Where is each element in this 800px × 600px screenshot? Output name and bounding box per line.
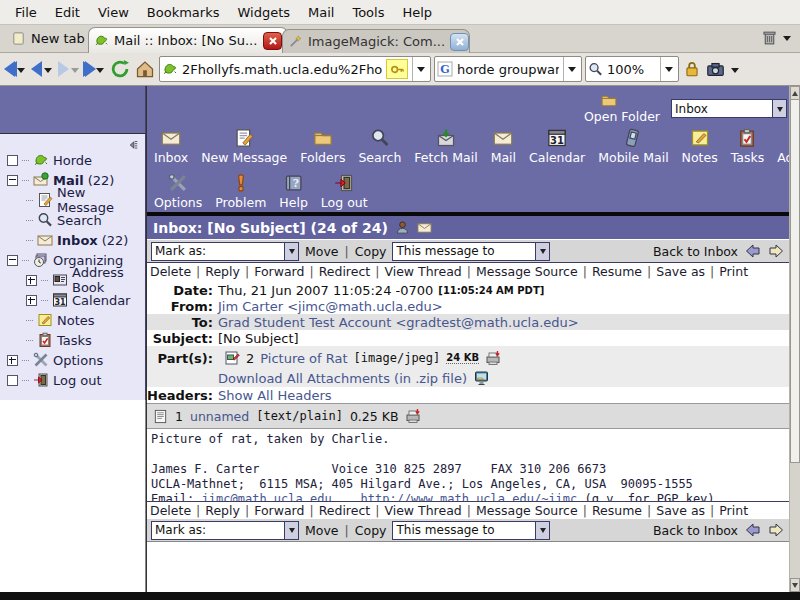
toolbar-logout[interactable]: Log out <box>321 173 368 210</box>
forward-link[interactable]: Forward <box>254 264 304 279</box>
resume-link[interactable]: Resume <box>592 264 642 279</box>
zip-download-icon[interactable] <box>473 370 490 386</box>
redirect-link[interactable]: Redirect <box>319 264 371 279</box>
home-button[interactable] <box>134 58 156 80</box>
download-icon[interactable] <box>405 408 421 424</box>
copy-link[interactable]: Copy <box>355 523 387 538</box>
save-as-link[interactable]: Save as <box>656 264 705 279</box>
open-folder-label[interactable]: Open Folder <box>584 109 660 124</box>
tree-collapse[interactable] <box>7 255 18 266</box>
sidebar-item-horde[interactable]: Horde <box>0 150 145 170</box>
toolbar-fetch-mail[interactable]: Fetch Mail <box>414 128 477 165</box>
menu-view[interactable]: View <box>89 1 138 24</box>
text-part-icon[interactable] <box>153 409 168 424</box>
zoom-dropdown[interactable] <box>660 57 676 81</box>
sidebar-item-tasks[interactable]: Tasks <box>0 330 145 350</box>
to-link[interactable]: Grad Student Test Account <gradtest@math… <box>218 315 579 330</box>
tab-imagemagick[interactable]: ImageMagick: Com... <box>282 29 470 53</box>
back-button[interactable] <box>30 60 54 78</box>
security-button[interactable] <box>682 59 702 79</box>
tree-collapse[interactable] <box>7 175 18 186</box>
scroll-up-arrow[interactable] <box>790 86 800 100</box>
message-to-select[interactable]: This message to <box>392 521 550 540</box>
zoom-control[interactable]: 100% <box>585 56 679 82</box>
toolbar-folders[interactable]: Folders <box>300 128 345 165</box>
sidebar-item-new-message[interactable]: New Message <box>0 190 145 210</box>
toolbar-new-message[interactable]: New Message <box>201 128 287 165</box>
back-history-button[interactable] <box>5 60 27 78</box>
toolbar-search[interactable]: Search <box>358 128 401 165</box>
menu-mail[interactable]: Mail <box>299 1 343 24</box>
tree-expander[interactable] <box>7 375 18 386</box>
forward-link[interactable]: Forward <box>254 503 304 518</box>
move-link[interactable]: Move <box>305 523 339 538</box>
toolbar-notes[interactable]: Notes <box>682 128 718 165</box>
url-text[interactable]: 2Fhollyfs.math.ucla.edu%2Fhorde%2F <box>182 62 382 77</box>
message-source-link[interactable]: Message Source <box>476 264 578 279</box>
zoom-value[interactable]: 100% <box>607 62 656 77</box>
print-link[interactable]: Print <box>719 503 748 518</box>
chevron-down-icon[interactable] <box>96 68 104 77</box>
tree-expand[interactable] <box>7 355 18 366</box>
view-thread-link[interactable]: View Thread <box>384 503 461 518</box>
menu-edit[interactable]: Edit <box>46 1 89 24</box>
move-link[interactable]: Move <box>305 244 339 259</box>
attachment-name-link[interactable]: unnamed <box>190 409 249 424</box>
menu-help[interactable]: Help <box>393 1 441 24</box>
menu-widgets[interactable]: Widgets <box>228 1 299 24</box>
tree-expand[interactable] <box>26 295 37 306</box>
from-link[interactable]: Jim Carter <jimc@math.ucla.edu> <box>218 299 443 314</box>
chevron-down-icon[interactable] <box>44 68 52 77</box>
part-name-link[interactable]: Picture of Rat <box>260 351 347 366</box>
vertical-scrollbar[interactable] <box>789 86 800 592</box>
close-tab-icon[interactable] <box>450 33 469 51</box>
show-all-headers-link[interactable]: Show All Headers <box>218 388 332 403</box>
next-message-icon[interactable] <box>768 243 784 259</box>
resume-link[interactable]: Resume <box>592 503 642 518</box>
closed-tabs-button[interactable] <box>761 29 792 46</box>
toolbar-mail[interactable]: Mail <box>491 128 516 165</box>
menu-tools[interactable]: Tools <box>343 1 393 24</box>
url-bar[interactable]: 2Fhollyfs.math.ucla.edu%2Fhorde%2F <box>159 56 431 82</box>
wallet-icon[interactable] <box>386 59 408 79</box>
toolbar-overflow-icon[interactable] <box>731 68 739 77</box>
print-link[interactable]: Print <box>719 264 748 279</box>
download-icon[interactable] <box>485 350 501 366</box>
sidebar-item-notes[interactable]: Notes <box>0 310 145 330</box>
forward-history-button[interactable] <box>84 60 106 78</box>
menu-file[interactable]: File <box>6 1 46 24</box>
delete-link[interactable]: Delete <box>150 503 191 518</box>
contact-icon[interactable] <box>395 220 410 235</box>
redirect-link[interactable]: Redirect <box>319 503 371 518</box>
toolbar-inbox[interactable]: Inbox <box>154 128 188 165</box>
menu-bookmarks[interactable]: Bookmarks <box>138 1 229 24</box>
folder-select[interactable]: Inbox <box>671 99 787 118</box>
url-dropdown[interactable] <box>412 57 428 81</box>
message-source-link[interactable]: Message Source <box>476 503 578 518</box>
previous-message-icon[interactable] <box>745 522 761 538</box>
previous-message-icon[interactable] <box>745 243 761 259</box>
next-message-icon[interactable] <box>768 522 784 538</box>
delete-link[interactable]: Delete <box>150 264 191 279</box>
back-to-inbox-link[interactable]: Back to Inbox <box>653 244 738 259</box>
sidebar-item-logout[interactable]: Log out <box>0 370 145 390</box>
message-icon[interactable] <box>417 220 432 235</box>
scroll-down-arrow[interactable] <box>790 578 800 592</box>
message-to-select[interactable]: This message to <box>392 242 550 261</box>
search-text[interactable]: horde groupware <box>457 62 559 77</box>
view-thread-link[interactable]: View Thread <box>384 264 461 279</box>
image-part-icon[interactable] <box>224 350 240 366</box>
sidebar-item-address-book[interactable]: Address Book <box>0 270 145 290</box>
back-to-inbox-link[interactable]: Back to Inbox <box>653 523 738 538</box>
snapshot-button[interactable] <box>705 59 726 80</box>
toolbar-help[interactable]: Help <box>279 173 308 210</box>
download-all-link[interactable]: Download All Attachments (in .zip file) <box>218 371 467 386</box>
new-tab-button[interactable]: New tab <box>4 27 92 49</box>
sidebar-item-options[interactable]: Options <box>0 350 145 370</box>
toolbar-tasks[interactable]: Tasks <box>731 128 765 165</box>
toolbar-calendar[interactable]: Calendar <box>529 128 585 165</box>
search-box[interactable]: horde groupware <box>434 56 582 82</box>
toolbar-problem[interactable]: Problem <box>215 173 266 210</box>
tree-expand[interactable] <box>26 275 37 286</box>
copy-link[interactable]: Copy <box>355 244 387 259</box>
